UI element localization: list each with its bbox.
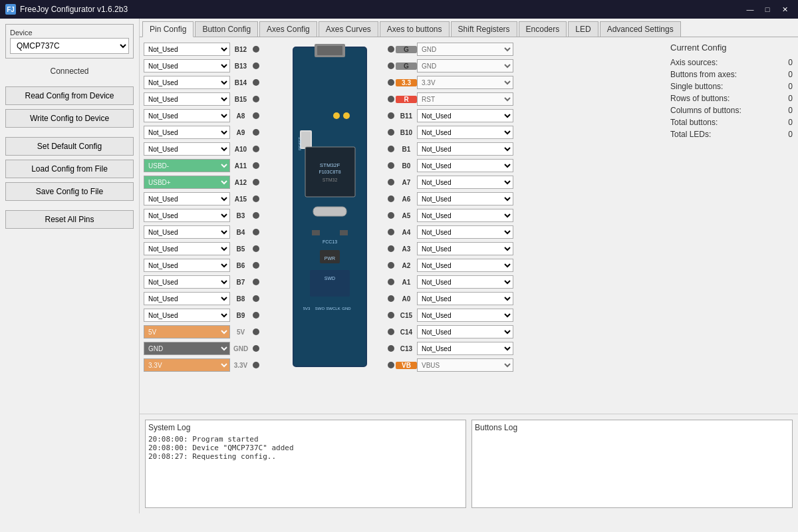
log-entry: 20:08:00: Device "QMCP737C" added bbox=[148, 444, 463, 452]
config-row: Buttons from axes:0 bbox=[670, 70, 793, 79]
right-pin-row: GGND bbox=[386, 58, 539, 74]
reset-all-pins-button[interactable]: Reset All Pins bbox=[5, 210, 134, 229]
pin-dot bbox=[388, 162, 394, 169]
right-pin-select-A5-10[interactable]: Not_Used bbox=[417, 209, 513, 222]
right-pin-select-B11-4[interactable]: Not_Used bbox=[417, 109, 513, 122]
left-pin-select-GND[interactable]: GND bbox=[144, 342, 230, 355]
svg-rect-23 bbox=[312, 230, 320, 235]
pin-dot bbox=[253, 362, 259, 368]
tab-shift-registers[interactable]: Shift Registers bbox=[451, 21, 517, 37]
right-pin-label-A3-12: A3 bbox=[396, 245, 417, 253]
left-pin-select-B13[interactable]: Not_Used bbox=[144, 59, 230, 72]
left-pin-select-B5[interactable]: Not_Used bbox=[144, 242, 230, 255]
left-pin-select-A10[interactable]: Not_Used bbox=[144, 142, 230, 156]
pin-dot bbox=[253, 112, 259, 119]
pin-dot bbox=[253, 312, 259, 319]
left-pins-column: Not_UsedB12Not_UsedB13Not_UsedB14Not_Use… bbox=[144, 41, 273, 410]
right-pin-select-B0-7[interactable]: Not_Used bbox=[417, 159, 513, 172]
pin-dot bbox=[253, 295, 259, 302]
tab-button-config[interactable]: Button Config bbox=[195, 21, 258, 37]
read-config-button[interactable]: Read Config from Device bbox=[5, 86, 134, 105]
load-config-button[interactable]: Load Config from File bbox=[5, 160, 134, 178]
left-pin-label-B3: B3 bbox=[230, 212, 251, 219]
right-pin-select-A1-14[interactable]: Not_Used bbox=[417, 275, 513, 289]
pin-dot bbox=[253, 345, 259, 352]
left-pin-select-A12[interactable]: USBD+ bbox=[144, 176, 230, 189]
right-pin-row: B0Not_Used bbox=[386, 158, 539, 174]
left-pin-row: Not_UsedA10 bbox=[144, 141, 273, 157]
tab-axes-config[interactable]: Axes Config bbox=[259, 21, 317, 37]
right-pin-select-R-3[interactable]: RST bbox=[417, 92, 513, 106]
system-log-content: 20:08:00: Program started20:08:00: Devic… bbox=[148, 435, 463, 461]
tab-advanced-settings[interactable]: Advanced Settings bbox=[600, 21, 681, 37]
bottom-area: System Log 20:08:00: Program started20:0… bbox=[140, 414, 798, 513]
left-pin-select-A15[interactable]: Not_Used bbox=[144, 192, 230, 205]
left-pin-select-B15[interactable]: Not_Used bbox=[144, 92, 230, 106]
left-pin-select-B9[interactable]: Not_Used bbox=[144, 309, 230, 322]
device-dropdown[interactable]: QMCP737C bbox=[10, 38, 129, 54]
left-pin-label-B14: B14 bbox=[230, 79, 251, 86]
left-pin-label-B8: B8 bbox=[230, 295, 251, 303]
tab-led[interactable]: LED bbox=[568, 21, 598, 37]
left-pin-row: Not_UsedA15 bbox=[144, 191, 273, 207]
board-svg: STM32F F103C8T8 STM32 PWR SWD bbox=[287, 44, 373, 370]
left-pin-select-B7[interactable]: Not_Used bbox=[144, 275, 230, 289]
left-pin-label-B7: B7 bbox=[230, 279, 251, 286]
save-config-button[interactable]: Save Config to File bbox=[5, 182, 134, 201]
right-pin-select-A3-12[interactable]: Not_Used bbox=[417, 242, 513, 255]
minimize-button[interactable]: — bbox=[742, 3, 758, 16]
right-pins-column: GGNDGGND3.33.3VRRSTB11Not_UsedB10Not_Use… bbox=[386, 41, 539, 410]
left-pin-select-5V[interactable]: 5V bbox=[144, 325, 230, 338]
maximize-button[interactable]: □ bbox=[759, 3, 775, 16]
left-pin-select-3.3V[interactable]: 3.3V bbox=[144, 358, 230, 372]
right-pin-select-C15-16[interactable]: Not_Used bbox=[417, 309, 513, 322]
svg-text:SWO: SWO bbox=[315, 307, 325, 311]
right-pin-select-A0-15[interactable]: Not_Used bbox=[417, 292, 513, 305]
left-pin-select-B8[interactable]: Not_Used bbox=[144, 292, 230, 305]
tab-encoders[interactable]: Encoders bbox=[519, 21, 567, 37]
tab-axes-to-buttons[interactable]: Axes to buttons bbox=[380, 21, 450, 37]
pin-dot bbox=[253, 212, 259, 219]
set-default-button[interactable]: Set Default Config bbox=[5, 137, 134, 156]
left-pin-select-A11[interactable]: USBD- bbox=[144, 159, 230, 172]
tab-pin-config[interactable]: Pin Config bbox=[142, 21, 194, 37]
right-pin-label-C15-16: C15 bbox=[396, 312, 417, 319]
right-pin-select-A7-8[interactable]: Not_Used bbox=[417, 176, 513, 189]
system-log-box: System Log 20:08:00: Program started20:0… bbox=[145, 420, 466, 508]
left-pin-label-GND: GND bbox=[230, 345, 251, 352]
left-pin-row: Not_UsedB13 bbox=[144, 58, 273, 74]
left-pin-select-B14[interactable]: Not_Used bbox=[144, 76, 230, 89]
right-pin-select-3.3-2[interactable]: 3.3V bbox=[417, 76, 513, 89]
left-pin-label-B12: B12 bbox=[230, 46, 251, 53]
buttons-log-box: Buttons Log bbox=[471, 420, 793, 508]
close-button[interactable]: ✕ bbox=[777, 3, 793, 16]
left-pin-label-A12: A12 bbox=[230, 179, 251, 186]
right-pin-select-G-1[interactable]: GND bbox=[417, 59, 513, 72]
config-row: Total LEDs:0 bbox=[670, 130, 793, 139]
right-pin-row: A4Not_Used bbox=[386, 224, 539, 240]
left-pin-select-A9[interactable]: Not_Used bbox=[144, 126, 230, 139]
left-pin-select-B3[interactable]: Not_Used bbox=[144, 209, 230, 222]
left-pin-row: Not_UsedA8 bbox=[144, 108, 273, 124]
left-pin-select-B4[interactable]: Not_Used bbox=[144, 225, 230, 239]
write-config-button[interactable]: Write Config to Device bbox=[5, 109, 134, 128]
right-pin-select-C13-18[interactable]: Not_Used bbox=[417, 342, 513, 355]
left-pin-label-B5: B5 bbox=[230, 245, 251, 253]
tab-axes-curves[interactable]: Axes Curves bbox=[319, 21, 378, 37]
left-pin-select-B6[interactable]: Not_Used bbox=[144, 259, 230, 272]
right-pin-select-VB-19[interactable]: VBUS bbox=[417, 358, 513, 372]
pin-dot bbox=[253, 245, 259, 252]
left-pin-select-B12[interactable]: Not_Used bbox=[144, 43, 230, 56]
right-pin-select-A4-11[interactable]: Not_Used bbox=[417, 225, 513, 239]
right-pin-select-A2-13[interactable]: Not_Used bbox=[417, 259, 513, 272]
right-pin-label-A5-10: A5 bbox=[396, 212, 417, 219]
right-pin-select-A6-9[interactable]: Not_Used bbox=[417, 192, 513, 205]
right-pin-select-B10-5[interactable]: Not_Used bbox=[417, 126, 513, 139]
right-pin-label-G-1: G bbox=[396, 63, 417, 70]
left-pin-row: Not_UsedB6 bbox=[144, 257, 273, 273]
pin-dot bbox=[388, 79, 394, 86]
right-pin-select-C14-17[interactable]: Not_Used bbox=[417, 325, 513, 338]
right-pin-select-B1-6[interactable]: Not_Used bbox=[417, 142, 513, 156]
left-pin-select-A8[interactable]: Not_Used bbox=[144, 109, 230, 122]
right-pin-select-G-0[interactable]: GND bbox=[417, 43, 513, 56]
